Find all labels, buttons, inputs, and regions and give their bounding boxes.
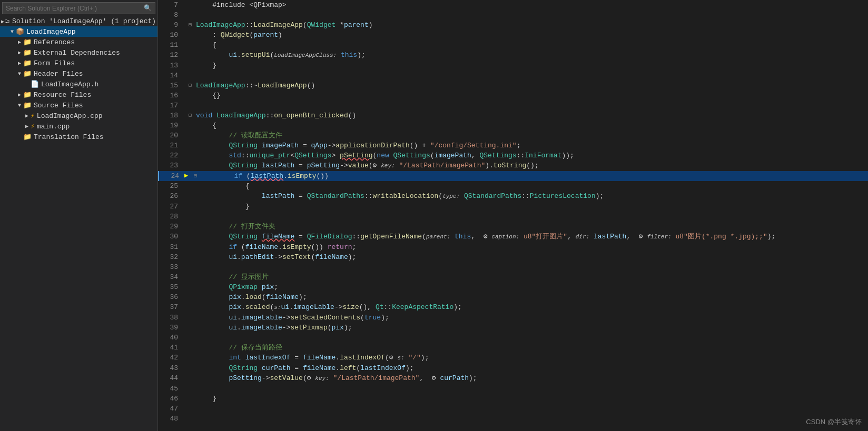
code-line-8: 8 <box>158 10 868 20</box>
sidebar-item-label: Header Files <box>34 70 83 78</box>
line-number: 40 <box>158 333 183 343</box>
code-line-20: 20 // 读取配置文件 <box>158 131 868 141</box>
code-line-24: 24▶⊟ if (lastPath.isEmpty()) <box>158 171 868 181</box>
sidebar-item-label: Translation Files <box>34 133 104 141</box>
sidebar-item-external-deps[interactable]: ▶ 📁 External Dependencies <box>0 47 157 58</box>
line-number: 26 <box>158 191 183 201</box>
line-number: 45 <box>158 384 183 394</box>
line-number: 15 <box>158 81 183 91</box>
line-number: 17 <box>158 101 183 111</box>
sidebar-item-label: References <box>34 38 75 46</box>
line-number: 46 <box>158 394 183 404</box>
line-number: 7 <box>158 0 183 10</box>
folder-icon: 📁 <box>23 38 32 46</box>
folder-icon: 📁 <box>23 91 32 99</box>
code-content: void LoadImageApp::on_openBtn_clicked() <box>194 111 868 121</box>
code-line-29: 29 // 打开文件夹 <box>158 222 868 232</box>
search-input[interactable] <box>6 5 144 12</box>
line-number: 20 <box>158 131 183 141</box>
code-line-33: 33 <box>158 262 868 272</box>
code-content: lastPath = QStandardPaths::writableLocat… <box>194 191 868 202</box>
sidebar-item-resource-files[interactable]: ▶ 📁 Resource Files <box>0 89 157 100</box>
code-line-36: 36 pix.load(fileName); <box>158 292 868 302</box>
code-content: QString lastPath = pSetting->value(⚙ key… <box>194 161 868 171</box>
code-line-38: 38 ui.imageLable->setScaledContents(true… <box>158 313 868 323</box>
code-line-40: 40 <box>158 333 868 343</box>
code-line-13: 13 } <box>158 61 868 71</box>
file-icon: 📄 <box>31 80 39 88</box>
fold-button[interactable]: ⊟ <box>186 20 194 30</box>
code-line-39: 39 ui.imageLable->setPixmap(pix); <box>158 323 868 333</box>
code-content: QString curPath = fileName.left(lastInde… <box>194 363 868 373</box>
code-content: pix.scaled(s:ui.imageLable->size(), Qt::… <box>194 302 868 313</box>
code-content: if (fileName.isEmpty()) return; <box>194 242 868 252</box>
folder-icon: 📁 <box>23 59 32 67</box>
code-line-47: 47 <box>158 404 868 414</box>
line-number: 25 <box>158 181 183 191</box>
code-line-19: 19 { <box>158 121 868 131</box>
code-content: { <box>194 40 868 50</box>
code-content: std::unique_ptr<QSettings> pSetting(new … <box>194 151 868 161</box>
code-line-35: 35 QPixmap pix; <box>158 282 868 292</box>
sidebar-item-label: LoadImageApp.cpp <box>37 112 103 120</box>
code-line-28: 28 <box>158 212 868 222</box>
sidebar-item-source-files[interactable]: ▼ 📁 Source Files <box>0 100 157 111</box>
line-number: 47 <box>158 404 183 414</box>
line-number: 32 <box>158 252 183 262</box>
sidebar-item-translation-files[interactable]: 📁 Translation Files <box>0 132 157 142</box>
code-content: ui.imageLable->setPixmap(pix); <box>194 323 868 333</box>
file-icon: ⚡ <box>31 112 35 120</box>
project-item[interactable]: ▼ 📦 LoadImageApp <box>0 26 157 37</box>
code-content: QString fileName = QFileDialog::getOpenF… <box>194 232 868 242</box>
code-line-7: 7 #include <QPixmap> <box>158 0 868 10</box>
solution-item[interactable]: ▶ 🗂 Solution 'LoadImageApp' (1 project) <box>0 16 157 26</box>
code-line-27: 27 } <box>158 202 868 212</box>
code-content: {} <box>194 91 868 101</box>
line-number: 43 <box>158 363 183 373</box>
code-line-18: 18⊟void LoadImageApp::on_openBtn_clicked… <box>158 111 868 121</box>
line-number: 23 <box>158 161 183 171</box>
code-line-22: 22 std::unique_ptr<QSettings> pSetting(n… <box>158 151 868 161</box>
arrow-icon: ▼ <box>8 29 16 35</box>
line-number: 27 <box>158 202 183 212</box>
code-line-16: 16 {} <box>158 91 868 101</box>
line-number: 11 <box>158 40 183 50</box>
code-line-15: 15⊟LoadImageApp::~LoadImageApp() <box>158 81 868 91</box>
watermark: CSDN @半笺寄怀 <box>806 417 862 427</box>
code-content: pix.load(fileName); <box>194 292 868 302</box>
sidebar-item-header-files[interactable]: ▼ 📁 Header Files <box>0 68 157 79</box>
solution-label: Solution 'LoadImageApp' (1 project) <box>12 17 156 25</box>
code-line-37: 37 pix.scaled(s:ui.imageLable->size(), Q… <box>158 302 868 313</box>
sidebar-item-form-files[interactable]: ▶ 📁 Form Files <box>0 58 157 68</box>
search-icon: 🔍 <box>144 4 152 12</box>
arrow-icon: ▶ <box>16 49 23 56</box>
sidebar-item-loadimageapp-cpp[interactable]: ▶ ⚡ LoadImageApp.cpp <box>0 111 157 121</box>
code-content: QPixmap pix; <box>194 282 868 292</box>
line-number: 30 <box>158 232 183 242</box>
arrow-icon: ▶ <box>23 113 31 119</box>
project-icon: 📦 <box>16 27 24 36</box>
sidebar-item-label: Resource Files <box>34 91 91 99</box>
code-content: } <box>194 61 868 71</box>
code-content: LoadImageApp::LoadImageApp(QWidget *pare… <box>194 20 868 30</box>
sidebar-item-main-cpp[interactable]: ▶ ⚡ main.cpp <box>0 121 157 132</box>
sidebar-item-references[interactable]: ▶ 📁 References <box>0 37 157 47</box>
code-content: { <box>194 181 868 191</box>
code-line-14: 14 <box>158 71 868 81</box>
search-bar[interactable]: 🔍 <box>2 2 155 14</box>
fold-button[interactable]: ⊟ <box>186 111 194 121</box>
folder-icon: 📁 <box>23 69 32 78</box>
folder-icon: 📁 <box>23 101 32 109</box>
fold-button[interactable]: ⊟ <box>186 81 194 91</box>
sidebar-item-loadimageapp-h[interactable]: 📄 LoadImageApp.h <box>0 79 157 89</box>
code-line-46: 46 } <box>158 394 868 404</box>
fold-button[interactable]: ⊟ <box>192 171 199 181</box>
line-number: 28 <box>158 212 183 222</box>
code-editor[interactable]: 7 #include <QPixmap>89⊟LoadImageApp::Loa… <box>158 0 868 431</box>
code-line-25: 25 { <box>158 181 868 191</box>
line-number: 18 <box>158 111 183 121</box>
code-line-42: 42 int lastIndexOf = fileName.lastIndexO… <box>158 353 868 363</box>
line-number: 14 <box>158 71 183 81</box>
code-content: QString imagePath = qApp->applicationDir… <box>194 141 868 151</box>
line-number: 16 <box>158 91 183 101</box>
